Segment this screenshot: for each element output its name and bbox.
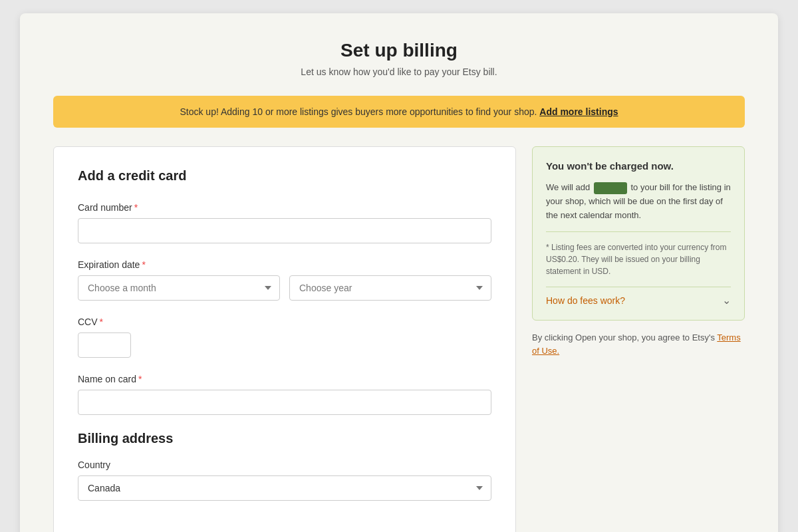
info-box: You won't be charged now. We will add to… — [532, 146, 745, 321]
required-star-name: * — [138, 374, 142, 384]
ccv-label: CCV* — [78, 317, 491, 327]
info-box-body: We will add to your bill for the listing… — [546, 181, 731, 222]
country-select[interactable]: Canada United States United Kingdom — [78, 475, 491, 501]
required-star-exp: * — [142, 259, 145, 270]
month-select[interactable]: Choose a month JanuaryFebruaryMarchApril… — [78, 275, 280, 301]
country-label: Country — [78, 460, 491, 470]
chevron-down-icon: ⌄ — [722, 294, 731, 307]
blurred-amount — [594, 182, 627, 194]
card-number-group: Card number* — [78, 202, 491, 243]
name-on-card-group: Name on card* — [78, 374, 491, 415]
ccv-input[interactable] — [78, 332, 131, 358]
required-star: * — [134, 202, 138, 213]
card-number-label: Card number* — [78, 202, 491, 213]
banner-text: Stock up! Adding 10 or more listings giv… — [180, 106, 537, 117]
year-select[interactable]: Choose year 2024202520262027202820292030 — [289, 275, 491, 301]
side-panel: You won't be charged now. We will add to… — [532, 146, 745, 357]
card-number-input[interactable] — [78, 218, 491, 243]
credit-card-section-title: Add a credit card — [78, 168, 491, 184]
add-listings-link[interactable]: Add more listings — [539, 106, 618, 117]
expiration-group: Expiration date* Choose a month JanuaryF… — [78, 259, 491, 301]
fees-link[interactable]: How do fees work? ⌄ — [546, 287, 731, 307]
country-group: Country Canada United States United King… — [78, 460, 491, 501]
name-on-card-input[interactable] — [78, 390, 491, 415]
promo-banner: Stock up! Adding 10 or more listings giv… — [53, 96, 745, 128]
expiration-label: Expiration date* — [78, 259, 491, 270]
page-title: Set up billing — [53, 40, 745, 61]
info-box-note: * Listing fees are converted into your c… — [546, 231, 731, 277]
expiry-row: Choose a month JanuaryFebruaryMarchApril… — [78, 275, 491, 301]
name-on-card-label: Name on card* — [78, 374, 491, 384]
billing-section-title: Billing address — [78, 431, 491, 446]
info-box-title: You won't be charged now. — [546, 160, 731, 172]
terms-text: By clicking Open your shop, you agree to… — [532, 331, 745, 357]
ccv-group: CCV* — [78, 317, 491, 358]
form-panel: Add a credit card Card number* Expiratio… — [53, 146, 516, 532]
page-subtitle: Let us know how you'd like to pay your E… — [53, 66, 745, 77]
required-star-ccv: * — [100, 317, 103, 327]
page-wrapper: Set up billing Let us know how you'd lik… — [20, 13, 778, 532]
main-content: Add a credit card Card number* Expiratio… — [53, 146, 745, 532]
